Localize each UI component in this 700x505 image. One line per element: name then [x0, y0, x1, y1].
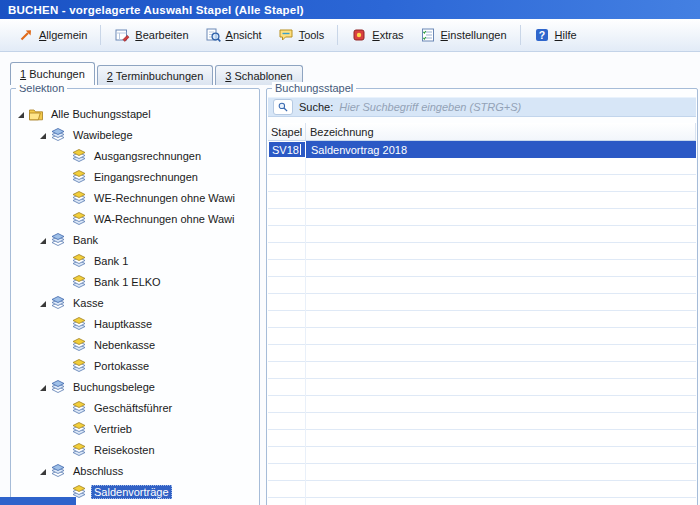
toolbar-separator [337, 25, 338, 45]
tree-item-bank-1[interactable]: Bank 1 [12, 250, 258, 271]
tab-buchungen[interactable]: 1 Buchungen [10, 62, 95, 85]
menu-label: Bearbeiten [135, 29, 188, 41]
tree-item-portokasse[interactable]: Portokasse [12, 355, 258, 376]
tree-item-buchungsbelege[interactable]: Buchungsbelege [12, 376, 258, 397]
menu-label: Ansicht [226, 29, 262, 41]
tree-item-label: Portokasse [91, 359, 152, 373]
tab-bar: 1 Buchungen 2 Terminbuchungen 3 Schablon… [10, 62, 305, 85]
tree-item-label: Buchungsbelege [70, 380, 158, 394]
column-header-stapel[interactable]: Stapel [268, 123, 306, 140]
menu-label: Extras [372, 29, 403, 41]
menu-allgemein[interactable]: Allgemein [10, 23, 95, 47]
expander-icon[interactable] [37, 297, 49, 309]
table-header: Stapel Bezeichnung [268, 123, 696, 141]
expander-spacer [58, 255, 70, 267]
tree-item-wawibelege[interactable]: Wawibelege [12, 124, 258, 145]
toolbar-separator [100, 25, 101, 45]
menu-extras[interactable]: Extras [343, 23, 411, 47]
toolbar-separator [520, 25, 521, 45]
tab-label: 1 Buchungen [20, 68, 85, 80]
tree-item-label: Nebenkasse [91, 338, 158, 352]
tree-item-label: Saldenvorträge [91, 485, 172, 499]
title-bar: BUCHEN - vorgelagerte Auswahl Stapel (Al… [0, 0, 700, 19]
menu-label: Einstellungen [441, 29, 507, 41]
stack-yellow-icon [71, 316, 87, 332]
tree-item-label: Bank [70, 233, 101, 247]
help-icon [534, 27, 550, 43]
tree-item-label: WA-Rechnungen ohne Wawi [91, 212, 237, 226]
background-window-fragment [0, 497, 76, 505]
expander-icon[interactable] [15, 108, 27, 120]
stack-yellow-icon [71, 148, 87, 164]
arrow-up-right-icon [18, 27, 34, 43]
menu-tools[interactable]: Tools [270, 23, 333, 47]
tab-terminbuchungen[interactable]: 2 Terminbuchungen [97, 65, 213, 85]
tree-item-geschaeftsfuehrer[interactable]: Geschäftsführer [12, 397, 258, 418]
tree-item-vertrieb[interactable]: Vertrieb [12, 418, 258, 439]
settings-form-icon [420, 27, 436, 43]
tree-item-label: Kasse [70, 296, 107, 310]
expander-icon[interactable] [37, 129, 49, 141]
column-header-bezeichnung[interactable]: Bezeichnung [306, 123, 696, 140]
table-body: SV18 Saldenvortrag 2018 [268, 141, 696, 505]
tree-item-we-rechnungen-ohne-wawi[interactable]: WE-Rechnungen ohne Wawi [12, 187, 258, 208]
column-separator [305, 158, 306, 505]
tree-item-label: Alle Buchungsstapel [48, 107, 154, 121]
tools-bubble-icon [278, 27, 294, 43]
menubar: Allgemein Bearbeiten Ansicht Tools Extra… [0, 19, 700, 52]
table-row[interactable]: SV18 Saldenvortrag 2018 [268, 141, 696, 158]
tree-item-wa-rechnungen-ohne-wawi[interactable]: WA-Rechnungen ohne Wawi [12, 208, 258, 229]
tree-item-alle-buchungsstapel[interactable]: Alle Buchungsstapel [12, 103, 258, 124]
stack-yellow-icon [71, 253, 87, 269]
stack-yellow-icon [71, 169, 87, 185]
extras-icon [351, 27, 367, 43]
stack-icon [50, 295, 66, 311]
expander-spacer [58, 339, 70, 351]
menu-label: Allgemein [39, 29, 87, 41]
tree-item-label: Hauptkasse [91, 317, 155, 331]
stack-yellow-icon [71, 421, 87, 437]
menu-einstellungen[interactable]: Einstellungen [412, 23, 515, 47]
tree-item-nebenkasse[interactable]: Nebenkasse [12, 334, 258, 355]
expander-spacer [58, 171, 70, 183]
expander-spacer [58, 402, 70, 414]
edit-table-icon [114, 27, 130, 43]
expander-spacer [58, 486, 70, 498]
text-caret [300, 144, 301, 155]
tree-item-label: Wawibelege [70, 128, 136, 142]
expander-icon[interactable] [37, 234, 49, 246]
groupbox-buchungsstapel: Buchungsstapel Suche: Hier Suchbegriff e… [266, 88, 698, 505]
tree-item-eingangsrechnungen[interactable]: Eingangsrechnungen [12, 166, 258, 187]
tree-item-ausgangsrechnungen[interactable]: Ausgangsrechnungen [12, 145, 258, 166]
stack-yellow-icon [71, 400, 87, 416]
tree-item-bank-1-elko[interactable]: Bank 1 ELKO [12, 271, 258, 292]
menu-bearbeiten[interactable]: Bearbeiten [106, 23, 196, 47]
stack-yellow-icon [71, 337, 87, 353]
tree-item-label: Reisekosten [91, 443, 158, 457]
tree-item-label: Bank 1 [91, 254, 131, 268]
stack-icon [50, 127, 66, 143]
stapel-cell-editor[interactable]: SV18 [268, 141, 306, 158]
tree-item-reisekosten[interactable]: Reisekosten [12, 439, 258, 460]
expander-icon[interactable] [37, 381, 49, 393]
search-placeholder[interactable]: Hier Suchbegriff eingeben (STRG+S) [339, 101, 521, 113]
stapel-tree: Alle Buchungsstapel Wawibelege Ausgangsr… [12, 103, 258, 505]
tree-item-bank[interactable]: Bank [12, 229, 258, 250]
tree-item-label: WE-Rechnungen ohne Wawi [91, 191, 238, 205]
menu-hilfe[interactable]: Hilfe [526, 23, 585, 47]
search-bar[interactable]: Suche: Hier Suchbegriff eingeben (STRG+S… [268, 97, 696, 117]
menu-label: Hilfe [555, 29, 577, 41]
menu-ansicht[interactable]: Ansicht [197, 23, 270, 47]
window-title: BUCHEN - vorgelagerte Auswahl Stapel (Al… [8, 4, 304, 16]
stack-icon [50, 463, 66, 479]
expander-spacer [58, 276, 70, 288]
search-button[interactable] [273, 99, 293, 115]
groupbox-selektion: Selektion Alle Buchungsstapel Wawibelege… [10, 88, 260, 505]
expander-icon[interactable] [37, 465, 49, 477]
tree-item-hauptkasse[interactable]: Hauptkasse [12, 313, 258, 334]
stack-yellow-icon [71, 190, 87, 206]
tree-item-kasse[interactable]: Kasse [12, 292, 258, 313]
expander-spacer [58, 444, 70, 456]
stack-yellow-icon [71, 358, 87, 374]
tree-item-abschluss[interactable]: Abschluss [12, 460, 258, 481]
